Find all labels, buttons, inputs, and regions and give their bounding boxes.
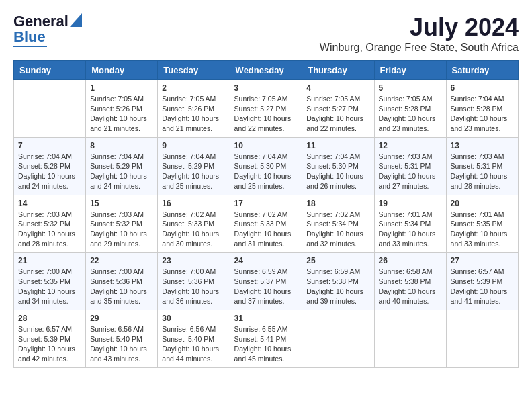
calendar-cell: 12Sunrise: 7:03 AMSunset: 5:31 PMDayligh… — [374, 137, 446, 195]
calendar-cell: 10Sunrise: 7:04 AMSunset: 5:30 PMDayligh… — [230, 137, 302, 195]
day-info: Sunrise: 7:02 AMSunset: 5:33 PMDaylight:… — [234, 210, 298, 249]
day-number: 21 — [18, 256, 81, 265]
calendar-week-4: 21Sunrise: 7:00 AMSunset: 5:35 PMDayligh… — [14, 253, 519, 310]
calendar-cell: 26Sunrise: 6:58 AMSunset: 5:38 PMDayligh… — [374, 253, 446, 310]
logo-text: General — [13, 14, 69, 29]
calendar-cell: 11Sunrise: 7:04 AMSunset: 5:30 PMDayligh… — [302, 137, 374, 195]
calendar-cell: 24Sunrise: 6:59 AMSunset: 5:37 PMDayligh… — [230, 253, 302, 310]
calendar-cell — [302, 310, 374, 368]
day-number: 6 — [451, 83, 514, 93]
day-info: Sunrise: 7:00 AMSunset: 5:36 PMDaylight:… — [162, 267, 225, 306]
day-number: 1 — [90, 83, 153, 93]
day-info: Sunrise: 6:56 AMSunset: 5:40 PMDaylight:… — [162, 324, 225, 364]
weekday-header-tuesday: Tuesday — [158, 61, 230, 80]
calendar-cell: 23Sunrise: 7:00 AMSunset: 5:36 PMDayligh… — [158, 253, 230, 310]
day-number: 9 — [162, 141, 225, 150]
calendar-cell: 31Sunrise: 6:55 AMSunset: 5:41 PMDayligh… — [230, 310, 302, 368]
day-number: 19 — [379, 199, 442, 208]
day-info: Sunrise: 7:04 AMSunset: 5:30 PMDaylight:… — [306, 152, 369, 191]
day-info: Sunrise: 7:03 AMSunset: 5:31 PMDaylight:… — [379, 152, 442, 191]
day-info: Sunrise: 7:03 AMSunset: 5:32 PMDaylight:… — [18, 210, 81, 249]
calendar-cell: 15Sunrise: 7:03 AMSunset: 5:32 PMDayligh… — [86, 195, 158, 253]
calendar-cell: 18Sunrise: 7:02 AMSunset: 5:34 PMDayligh… — [302, 195, 374, 253]
day-number: 15 — [90, 199, 153, 208]
calendar-week-5: 28Sunrise: 6:57 AMSunset: 5:39 PMDayligh… — [14, 310, 519, 368]
calendar-cell: 28Sunrise: 6:57 AMSunset: 5:39 PMDayligh… — [14, 310, 86, 368]
calendar-week-2: 7Sunrise: 7:04 AMSunset: 5:28 PMDaylight… — [14, 137, 519, 195]
day-number: 27 — [451, 256, 514, 265]
day-info: Sunrise: 7:03 AMSunset: 5:31 PMDaylight:… — [451, 152, 514, 191]
calendar-cell: 2Sunrise: 7:05 AMSunset: 5:26 PMDaylight… — [158, 80, 230, 138]
day-info: Sunrise: 7:04 AMSunset: 5:29 PMDaylight:… — [162, 152, 225, 191]
calendar-cell: 4Sunrise: 7:05 AMSunset: 5:27 PMDaylight… — [302, 80, 374, 138]
calendar-cell: 16Sunrise: 7:02 AMSunset: 5:33 PMDayligh… — [158, 195, 230, 253]
day-info: Sunrise: 6:57 AMSunset: 5:39 PMDaylight:… — [451, 267, 514, 306]
calendar-cell: 13Sunrise: 7:03 AMSunset: 5:31 PMDayligh… — [446, 137, 518, 195]
day-info: Sunrise: 7:04 AMSunset: 5:29 PMDaylight:… — [90, 152, 153, 191]
day-info: Sunrise: 7:05 AMSunset: 5:27 PMDaylight:… — [234, 94, 298, 134]
day-number: 7 — [18, 141, 81, 150]
day-number: 11 — [306, 141, 369, 150]
logo-blue: Blue — [13, 30, 46, 44]
day-info: Sunrise: 6:59 AMSunset: 5:37 PMDaylight:… — [234, 267, 298, 306]
calendar-cell: 14Sunrise: 7:03 AMSunset: 5:32 PMDayligh… — [14, 195, 86, 253]
day-info: Sunrise: 7:05 AMSunset: 5:28 PMDaylight:… — [379, 94, 442, 134]
page-header: General Blue July 2024 Winburg, Orange F… — [13, 13, 519, 54]
svg-marker-0 — [70, 13, 82, 27]
day-number: 2 — [162, 83, 225, 93]
weekday-header-thursday: Thursday — [302, 61, 374, 80]
weekday-header-wednesday: Wednesday — [230, 61, 302, 80]
day-info: Sunrise: 7:00 AMSunset: 5:36 PMDaylight:… — [90, 267, 153, 306]
calendar-cell: 5Sunrise: 7:05 AMSunset: 5:28 PMDaylight… — [374, 80, 446, 138]
weekday-header-saturday: Saturday — [446, 61, 518, 80]
day-info: Sunrise: 7:05 AMSunset: 5:27 PMDaylight:… — [306, 94, 369, 134]
day-number: 10 — [234, 141, 298, 150]
day-number: 12 — [379, 141, 442, 150]
logo-underline — [13, 46, 47, 47]
calendar-cell — [446, 310, 518, 368]
day-info: Sunrise: 7:00 AMSunset: 5:35 PMDaylight:… — [18, 267, 81, 306]
weekday-header-sunday: Sunday — [14, 61, 86, 80]
calendar-cell: 19Sunrise: 7:01 AMSunset: 5:34 PMDayligh… — [374, 195, 446, 253]
day-number: 16 — [162, 199, 225, 208]
day-info: Sunrise: 6:57 AMSunset: 5:39 PMDaylight:… — [18, 324, 81, 364]
calendar-cell: 8Sunrise: 7:04 AMSunset: 5:29 PMDaylight… — [86, 137, 158, 195]
location-title: Winburg, Orange Free State, South Africa — [320, 42, 519, 54]
logo: General Blue — [13, 13, 82, 47]
calendar-cell: 22Sunrise: 7:00 AMSunset: 5:36 PMDayligh… — [86, 253, 158, 310]
day-number: 14 — [18, 199, 81, 208]
day-number: 3 — [234, 83, 298, 93]
day-info: Sunrise: 7:01 AMSunset: 5:35 PMDaylight:… — [451, 210, 514, 249]
day-info: Sunrise: 7:05 AMSunset: 5:26 PMDaylight:… — [90, 94, 153, 134]
weekday-header-row: SundayMondayTuesdayWednesdayThursdayFrid… — [14, 61, 519, 80]
calendar-cell: 1Sunrise: 7:05 AMSunset: 5:26 PMDaylight… — [86, 80, 158, 138]
day-number: 24 — [234, 256, 298, 265]
day-info: Sunrise: 6:56 AMSunset: 5:40 PMDaylight:… — [90, 324, 153, 364]
day-info: Sunrise: 7:03 AMSunset: 5:32 PMDaylight:… — [90, 210, 153, 249]
calendar-table: SundayMondayTuesdayWednesdayThursdayFrid… — [13, 60, 519, 368]
calendar-cell: 3Sunrise: 7:05 AMSunset: 5:27 PMDaylight… — [230, 80, 302, 138]
day-info: Sunrise: 6:58 AMSunset: 5:38 PMDaylight:… — [379, 267, 442, 306]
calendar-week-1: 1Sunrise: 7:05 AMSunset: 5:26 PMDaylight… — [14, 80, 519, 138]
day-number: 22 — [90, 256, 153, 265]
calendar-cell: 20Sunrise: 7:01 AMSunset: 5:35 PMDayligh… — [446, 195, 518, 253]
day-number: 5 — [379, 83, 442, 93]
calendar-cell — [374, 310, 446, 368]
title-section: July 2024 Winburg, Orange Free State, So… — [320, 13, 519, 54]
day-number: 30 — [162, 314, 225, 323]
day-number: 8 — [90, 141, 153, 150]
day-number: 31 — [234, 314, 298, 323]
logo-triangle-icon — [70, 13, 82, 27]
day-number: 26 — [379, 256, 442, 265]
calendar-cell: 9Sunrise: 7:04 AMSunset: 5:29 PMDaylight… — [158, 137, 230, 195]
day-number: 23 — [162, 256, 225, 265]
calendar-cell: 30Sunrise: 6:56 AMSunset: 5:40 PMDayligh… — [158, 310, 230, 368]
day-info: Sunrise: 6:55 AMSunset: 5:41 PMDaylight:… — [234, 324, 298, 364]
weekday-header-friday: Friday — [374, 61, 446, 80]
calendar-cell: 29Sunrise: 6:56 AMSunset: 5:40 PMDayligh… — [86, 310, 158, 368]
day-number: 25 — [306, 256, 369, 265]
calendar-cell: 25Sunrise: 6:59 AMSunset: 5:38 PMDayligh… — [302, 253, 374, 310]
day-info: Sunrise: 7:04 AMSunset: 5:28 PMDaylight:… — [451, 94, 514, 134]
calendar-cell: 21Sunrise: 7:00 AMSunset: 5:35 PMDayligh… — [14, 253, 86, 310]
day-number: 13 — [451, 141, 514, 150]
